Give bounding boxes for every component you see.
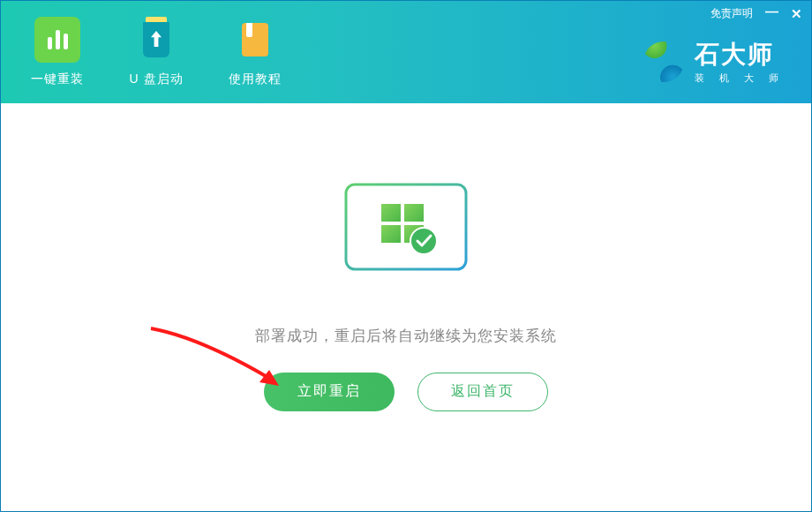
svg-rect-3 [381,204,401,222]
window-controls: 免责声明 — ✕ [710,6,802,21]
minimize-icon[interactable]: — [765,4,778,18]
brand-subtitle: 装 机 大 师 [695,72,785,85]
tab-label: 一键重装 [31,72,84,87]
svg-rect-5 [381,225,401,243]
status-message: 部署成功，重启后将自动继续为您安装系统 [255,326,557,346]
close-icon[interactable]: ✕ [791,7,802,20]
monitor-success-icon [335,177,477,301]
app-window: 一键重装 U 盘启动 使用教程 免责声明 — ✕ 石 [0,0,812,512]
tab-reinstall[interactable]: 一键重装 [22,17,93,87]
disclaimer-link[interactable]: 免责声明 [710,6,753,21]
tab-usb-boot[interactable]: U 盘启动 [121,17,192,87]
book-icon [232,17,278,63]
tab-tutorial[interactable]: 使用教程 [220,17,290,87]
nav-tabs: 一键重装 U 盘启动 使用教程 [1,1,290,87]
action-row: 立即重启 返回首页 [264,373,548,411]
tab-label: 使用教程 [229,72,282,87]
brand-title: 石大师 [695,38,785,72]
restart-button[interactable]: 立即重启 [264,373,395,411]
brand-logo-icon [643,41,684,82]
bar-chart-icon [34,17,80,63]
svg-rect-4 [404,204,424,222]
header-bar: 一键重装 U 盘启动 使用教程 免责声明 — ✕ 石 [1,1,811,103]
main-content: 部署成功，重启后将自动继续为您安装系统 立即重启 返回首页 [1,103,811,511]
tab-label: U 盘启动 [130,72,184,87]
usb-icon [133,17,179,63]
return-home-button[interactable]: 返回首页 [417,373,548,411]
brand: 石大师 装 机 大 师 [643,38,785,85]
